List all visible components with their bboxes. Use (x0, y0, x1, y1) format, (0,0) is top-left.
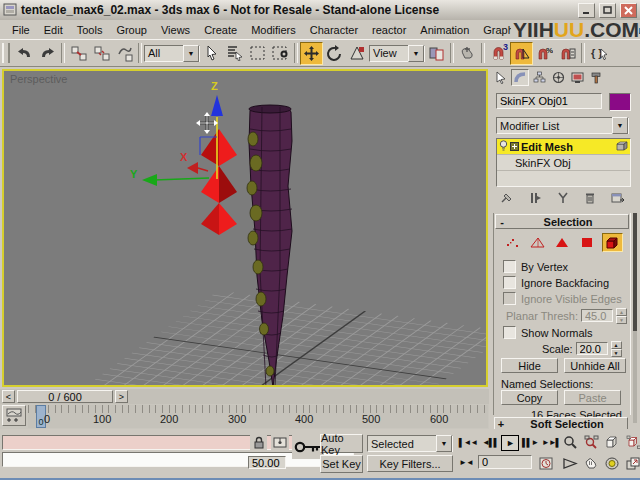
transform-gizmo[interactable] (142, 95, 223, 186)
select-and-manipulate-button[interactable] (456, 42, 479, 65)
menu-group[interactable]: Group (109, 23, 154, 37)
pan-button[interactable] (581, 454, 601, 472)
perspective-viewport[interactable]: Perspective Z X Y (2, 69, 488, 387)
field-of-view-button[interactable] (560, 454, 580, 472)
track-ruler[interactable]: 0 0 100 200 300 400 500 600 (28, 405, 488, 428)
select-and-rotate-button[interactable] (323, 42, 346, 65)
time-slider[interactable]: 0 / 600 (17, 390, 113, 403)
menu-reactor[interactable]: reactor (365, 23, 413, 37)
select-and-scale-button[interactable] (346, 42, 369, 65)
next-frame-button[interactable]: ▌▌► (521, 435, 539, 451)
maximize-button[interactable] (599, 3, 616, 18)
normals-scale-field[interactable] (576, 342, 608, 355)
menu-edit[interactable]: Edit (37, 23, 70, 37)
menu-create[interactable]: Create (197, 23, 244, 37)
polygon-subobject-button[interactable] (577, 233, 598, 252)
absolute-offset-mode-toggle[interactable] (271, 434, 289, 450)
selection-filter-dropdown[interactable]: All ▼ (144, 45, 200, 62)
x-axis-arrow[interactable] (187, 162, 198, 174)
key-time-field[interactable] (248, 456, 286, 469)
zoom-extents-all-button[interactable] (623, 433, 640, 451)
angle-snap-button[interactable] (510, 42, 533, 65)
key-filters-button[interactable]: Key Filters... (367, 455, 453, 472)
expand-plus-icon[interactable] (510, 141, 519, 153)
menu-tools[interactable]: Tools (70, 23, 110, 37)
select-object-button[interactable] (200, 42, 223, 65)
previous-frame-button[interactable]: ◄▌▌ (481, 435, 499, 451)
normals-scale-spinner[interactable]: ▲▼ (611, 341, 622, 356)
time-forward-button[interactable]: > (115, 390, 128, 403)
redo-button[interactable] (36, 42, 59, 65)
panel-scrollbar[interactable] (633, 213, 637, 423)
dropdown-arrow-icon[interactable]: ▼ (183, 45, 199, 62)
show-end-result-button[interactable] (524, 190, 546, 206)
object-name-field[interactable] (496, 93, 602, 109)
modifier-list-dropdown[interactable]: Modifier List ▼ (496, 117, 629, 134)
dropdown-arrow-icon[interactable]: ▼ (612, 117, 628, 134)
face-subobject-button[interactable] (552, 233, 573, 252)
open-mini-curve-editor-button[interactable] (2, 405, 26, 426)
ignore-backfacing-checkbox[interactable]: Ignore Backfacing (503, 276, 609, 289)
reference-coordinate-dropdown[interactable]: View ▼ (369, 45, 425, 62)
auto-key-button[interactable]: Auto Key (320, 434, 363, 453)
go-to-start-button[interactable]: ▌◄◄ (458, 435, 478, 451)
tab-modify[interactable] (511, 69, 529, 86)
tentacle-mesh[interactable] (247, 105, 292, 385)
remove-modifier-button[interactable] (579, 190, 601, 206)
tab-hierarchy[interactable] (530, 69, 548, 86)
tab-utilities[interactable] (587, 69, 605, 86)
play-animation-button[interactable]: ► (501, 435, 519, 451)
viewport-label[interactable]: Perspective (10, 73, 67, 85)
minimize-button[interactable] (578, 3, 595, 18)
copy-button[interactable]: Copy (501, 390, 558, 405)
hide-button[interactable]: Hide (501, 358, 558, 373)
skinfx-gizmo[interactable] (201, 129, 237, 235)
menu-file[interactable]: File (5, 23, 37, 37)
pin-stack-button[interactable] (496, 190, 518, 206)
z-axis-arrow[interactable] (211, 95, 223, 116)
time-back-button[interactable]: < (2, 390, 15, 403)
app-icon[interactable] (3, 3, 17, 18)
dropdown-arrow-icon[interactable]: ▼ (436, 435, 452, 452)
select-by-name-button[interactable] (223, 42, 246, 65)
current-frame-field[interactable] (478, 455, 532, 469)
make-unique-button[interactable] (552, 190, 574, 206)
selection-lock-toggle[interactable] (250, 434, 267, 450)
unlink-selection-button[interactable] (90, 42, 113, 65)
min-max-toggle-button[interactable] (623, 454, 640, 472)
select-and-link-button[interactable] (67, 42, 90, 65)
undo-button[interactable] (13, 42, 36, 65)
unhide-all-button[interactable]: Unhide All (564, 358, 626, 373)
use-pivot-point-center-button[interactable] (425, 42, 448, 65)
by-vertex-checkbox[interactable]: By Vertex (503, 260, 568, 273)
viewport-canvas[interactable] (4, 71, 486, 385)
configure-modifier-sets-button[interactable] (607, 190, 629, 206)
stack-item-edit-mesh[interactable]: Edit Mesh (497, 139, 630, 155)
tab-create[interactable] (492, 69, 510, 86)
named-selection-sets-button[interactable]: { } (587, 42, 610, 65)
tab-display[interactable] (568, 69, 586, 86)
bind-to-space-warp-button[interactable] (113, 42, 136, 65)
toolbar-grip[interactable] (2, 43, 10, 63)
scrollbar-thumb[interactable] (633, 213, 637, 331)
zoom-extents-button[interactable] (602, 433, 622, 451)
arc-rotate-button[interactable] (602, 454, 622, 472)
window-crossing-toggle-button[interactable] (269, 42, 292, 65)
zoom-all-button[interactable] (581, 433, 601, 451)
go-to-end-button[interactable]: ►►▌ (541, 435, 561, 451)
zoom-button[interactable] (560, 433, 580, 451)
stack-item-skinfx-obj[interactable]: SkinFX Obj (497, 155, 630, 171)
y-axis-arrow[interactable] (142, 174, 157, 186)
key-mode-toggle[interactable]: ►◄ (458, 455, 474, 470)
object-color-swatch[interactable] (609, 93, 631, 111)
menu-modifiers[interactable]: Modifiers (244, 23, 303, 37)
collapse-indicator[interactable]: - (496, 216, 508, 228)
edge-subobject-button[interactable] (527, 233, 548, 252)
percent-snap-button[interactable]: % (533, 42, 556, 65)
menu-views[interactable]: Views (154, 23, 197, 37)
selection-rollout-header[interactable]: - Selection (495, 214, 629, 229)
close-button[interactable] (620, 3, 637, 18)
dropdown-arrow-icon[interactable]: ▼ (408, 45, 424, 62)
rectangular-selection-region-button[interactable] (246, 42, 269, 65)
vertex-subobject-button[interactable] (502, 233, 523, 252)
